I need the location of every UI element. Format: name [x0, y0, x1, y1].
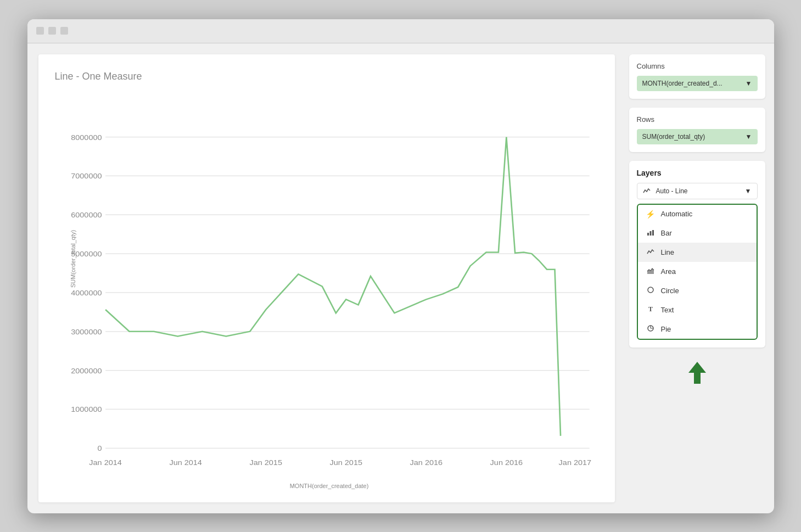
dropdown-item-area[interactable]: Area	[638, 262, 757, 281]
right-panel: Columns MONTH(order_created_d... ▼ Rows …	[620, 43, 774, 513]
chart-title: Line - One Measure	[55, 71, 604, 82]
circle-icon	[646, 286, 656, 295]
text-chart-icon: T	[647, 305, 654, 313]
svg-text:3000000: 3000000	[71, 327, 102, 336]
traffic-light-1[interactable]	[36, 27, 44, 35]
line-label: Line	[661, 248, 675, 256]
layers-arrow-icon: ▼	[745, 187, 752, 195]
svg-point-29	[648, 287, 653, 293]
dropdown-item-bar[interactable]: Bar	[638, 223, 757, 243]
area-chart-icon	[647, 267, 654, 275]
layers-current-value: Auto - Line	[643, 187, 688, 195]
dropdown-item-circle[interactable]: Circle	[638, 281, 757, 300]
layers-current-dropdown[interactable]: Auto - Line ▼	[637, 183, 758, 199]
auto-line-icon	[643, 187, 651, 195]
columns-dropdown[interactable]: MONTH(order_created_d... ▼	[637, 76, 758, 91]
dropdown-item-line[interactable]: Line	[638, 243, 757, 262]
rows-dropdown[interactable]: SUM(order_total_qty) ▼	[637, 129, 758, 144]
columns-arrow-icon: ▼	[746, 80, 752, 87]
layers-section: Layers Auto - Line ▼ ⚡ Automatic	[629, 161, 765, 348]
svg-text:1000000: 1000000	[71, 405, 102, 413]
area-icon	[646, 267, 656, 276]
columns-value: MONTH(order_created_d...	[642, 80, 722, 87]
rows-label: Rows	[637, 115, 758, 124]
rows-arrow-icon: ▼	[746, 133, 752, 141]
chart-container: SUM(order_total_qty)	[55, 93, 604, 475]
columns-section: Columns MONTH(order_created_d... ▼	[629, 54, 765, 99]
arrow-indicator	[629, 362, 765, 384]
line-icon	[646, 248, 656, 257]
traffic-light-2[interactable]	[48, 27, 56, 35]
area-label: Area	[661, 267, 676, 276]
automatic-icon: ⚡	[646, 210, 656, 219]
titlebar	[27, 19, 774, 43]
svg-text:Jan 2014: Jan 2014	[89, 458, 122, 467]
svg-text:4000000: 4000000	[71, 288, 102, 297]
layers-title: Layers	[637, 169, 758, 177]
svg-text:8000000: 8000000	[71, 132, 102, 141]
x-axis-label: MONTH(order_created_date)	[290, 483, 369, 489]
bar-chart-icon	[647, 228, 654, 236]
svg-text:2000000: 2000000	[71, 366, 102, 374]
rows-value: SUM(order_total_qty)	[642, 133, 705, 141]
bar-label: Bar	[661, 229, 672, 237]
chart-type-dropdown: ⚡ Automatic Bar	[637, 204, 758, 340]
content-area: Line - One Measure SUM(order_total_qty)	[27, 43, 774, 513]
svg-text:Jan 2016: Jan 2016	[410, 458, 442, 467]
circle-chart-icon	[647, 286, 654, 294]
traffic-light-3[interactable]	[60, 27, 68, 35]
dropdown-item-pie[interactable]: Pie	[638, 320, 757, 339]
up-arrow-icon	[688, 362, 706, 384]
automatic-label: Automatic	[661, 210, 693, 218]
text-label: Text	[661, 306, 674, 314]
pie-chart-icon	[647, 324, 654, 332]
svg-text:Jan 2015: Jan 2015	[249, 458, 282, 467]
dropdown-item-automatic[interactable]: ⚡ Automatic	[638, 205, 757, 223]
y-axis-label: SUM(order_total_qty)	[69, 229, 76, 287]
chart-svg: 0 1000000 2000000 3000000 4000000 500000…	[55, 93, 604, 475]
svg-text:Jun 2016: Jun 2016	[490, 458, 523, 467]
svg-text:T: T	[648, 305, 652, 313]
columns-label: Columns	[637, 62, 758, 70]
circle-label: Circle	[661, 287, 679, 295]
svg-text:6000000: 6000000	[71, 210, 102, 219]
svg-text:Jun 2014: Jun 2014	[169, 458, 202, 467]
svg-marker-34	[688, 362, 706, 384]
svg-text:7000000: 7000000	[71, 171, 102, 180]
text-icon: T	[646, 305, 656, 315]
svg-rect-25	[647, 233, 649, 236]
rows-section: Rows SUM(order_total_qty) ▼	[629, 108, 765, 152]
chart-panel: Line - One Measure SUM(order_total_qty)	[38, 54, 615, 502]
svg-rect-26	[649, 231, 651, 236]
dropdown-item-text[interactable]: T Text	[638, 300, 757, 320]
pie-label: Pie	[661, 325, 671, 333]
bar-icon	[646, 228, 656, 238]
svg-rect-27	[652, 230, 654, 236]
svg-text:Jan 2017: Jan 2017	[558, 458, 591, 467]
main-window: Line - One Measure SUM(order_total_qty)	[27, 19, 774, 513]
pie-icon	[646, 324, 656, 334]
svg-text:Jun 2015: Jun 2015	[329, 458, 362, 467]
svg-text:0: 0	[97, 444, 102, 452]
line-chart-icon	[647, 248, 654, 255]
